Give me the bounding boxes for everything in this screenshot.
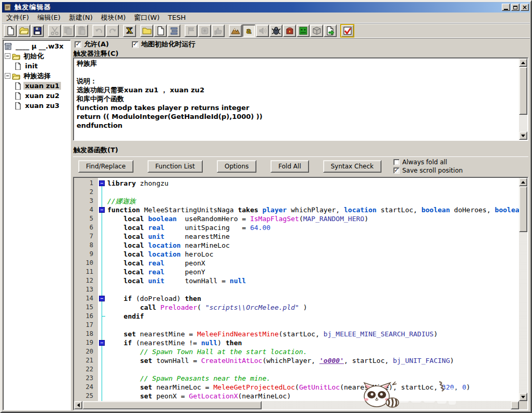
code-view[interactable]: 1library zhongzu23//娜迦族4function MeleeSt…: [74, 178, 519, 401]
code-line-8[interactable]: 8 local location nearMineLoc: [74, 241, 519, 250]
trigger-editor-button[interactable]: a: [242, 25, 255, 37]
close-button[interactable]: ×: [521, 4, 529, 11]
arrow-down-icon: [521, 135, 525, 139]
unit-editor-button[interactable]: [269, 25, 282, 37]
item-editor-button[interactable]: [283, 25, 296, 37]
menu-item-1[interactable]: 文件(F): [2, 12, 33, 23]
code-line-16[interactable]: 16 endif: [74, 312, 519, 321]
trigger-tree-panel[interactable]: ____ µ __.w3x初始化init种族选择xuan zu1xuan zu2…: [3, 40, 71, 410]
fold-collapse-icon[interactable]: [99, 296, 105, 301]
menu-item-6[interactable]: TESH: [164, 13, 190, 22]
code-line-19[interactable]: 19 if (nearestMine != null) then: [74, 338, 519, 347]
tree-root-map[interactable]: ____ µ __.w3x: [4, 41, 70, 51]
code-line-17[interactable]: 17: [74, 321, 519, 330]
code-line-22[interactable]: 22: [74, 365, 519, 374]
import-manager-button[interactable]: [296, 25, 310, 37]
fold-collapse-icon[interactable]: [99, 340, 105, 346]
save-map-button[interactable]: [31, 25, 44, 37]
collapse-icon[interactable]: [5, 73, 10, 79]
save-scroll-position-checkbox[interactable]: ✓: [393, 167, 400, 174]
scroll-right-button[interactable]: [511, 401, 519, 409]
maximize-icon: [513, 6, 517, 9]
collapse-icon[interactable]: [5, 53, 10, 59]
menu-item-2[interactable]: 编辑(E): [33, 12, 65, 23]
code-line-10[interactable]: 10 local real peonX: [74, 259, 519, 268]
comment-line: [77, 68, 516, 77]
code-editor[interactable]: 1library zhongzu23//娜迦族4function MeleeSt…: [73, 177, 528, 410]
always-fold-all-checkbox[interactable]: [393, 159, 400, 165]
line-number: 10: [74, 259, 98, 268]
delete-button[interactable]: X: [123, 25, 136, 37]
scroll-thumb[interactable]: [82, 401, 262, 409]
new-map-button[interactable]: [4, 25, 17, 37]
tree-category-1[interactable]: 初始化: [4, 51, 70, 61]
comment-line: 选族功能只需要xuan zu1 ， xuan zu2: [77, 86, 516, 94]
minimize-button[interactable]: [502, 4, 510, 11]
scroll-up-button[interactable]: [519, 58, 527, 67]
code-line-9[interactable]: 9 local location heroLoc: [74, 250, 519, 259]
code-line-12[interactable]: 12 local unit townHall = null: [74, 276, 519, 285]
run-on-map-init-checkbox[interactable]: ✓: [132, 41, 139, 48]
new-category-button[interactable]: [140, 25, 153, 37]
scroll-thumb[interactable]: [519, 67, 527, 115]
trigger-comment-text[interactable]: 种族库 说明：选族功能只需要xuan zu1 ， xuan zu2和库中两个函数…: [75, 59, 518, 139]
new-trigger-button[interactable]: [154, 25, 167, 37]
code-line-24[interactable]: 24 set nearMineLoc = MeleeGetProjectedLo…: [74, 383, 519, 392]
scroll-left-button[interactable]: [74, 401, 82, 409]
trigger-comment-label: 触发器注释(C): [73, 49, 118, 57]
tree-trigger-xuan-zu1[interactable]: xuan zu1: [4, 81, 70, 91]
script-export-button[interactable]: [324, 25, 337, 37]
app-icon: [3, 3, 13, 12]
terrain-editor-button[interactable]: [229, 25, 242, 37]
trigger-check-button[interactable]: [341, 25, 354, 37]
code-content[interactable]: 1library zhongzu23//娜迦族4function MeleeSt…: [74, 178, 519, 401]
menu-item-3[interactable]: 新建(N): [65, 12, 97, 23]
open-map-button[interactable]: [17, 25, 30, 37]
fold-all-button[interactable]: Fold All: [270, 160, 308, 173]
comment-vertical-scrollbar[interactable]: [519, 58, 527, 140]
scroll-thumb[interactable]: [519, 186, 527, 232]
new-comment-button[interactable]: [167, 25, 180, 37]
code-line-13[interactable]: 13: [74, 285, 519, 294]
syntax-check-button[interactable]: Syntax Check: [323, 160, 381, 173]
code-line-18[interactable]: 18 set nearestMine = MeleeFindNearestMin…: [74, 330, 519, 338]
code-line-4[interactable]: 4function MeleeStartingUnitsNaga takes p…: [74, 205, 519, 214]
tree-trigger-init[interactable]: init: [4, 61, 70, 71]
scroll-down-button[interactable]: [519, 131, 527, 140]
editor-horizontal-scrollbar[interactable]: [74, 401, 519, 409]
code-line-5[interactable]: 5 local boolean useRandomHero = IsMapFla…: [74, 214, 519, 223]
enabled-checkbox[interactable]: ✓: [75, 41, 81, 48]
find-replace-button[interactable]: Find/Replace: [78, 160, 133, 173]
code-line-20[interactable]: 20 // Spawn Town Hall at the start locat…: [74, 347, 519, 356]
options-button[interactable]: Options: [217, 160, 256, 173]
tree-trigger-xuan-zu3[interactable]: xuan zu3: [4, 101, 70, 111]
trigger-comment-box[interactable]: 种族库 说明：选族功能只需要xuan zu1 ， xuan zu2和库中两个函数…: [73, 57, 528, 141]
scroll-down-button[interactable]: [519, 393, 527, 401]
check-red-icon: [343, 26, 352, 35]
code-line-25[interactable]: 25 set peonX = GetLocationX(nearMineLoc): [74, 392, 519, 400]
fold-collapse-icon[interactable]: [99, 180, 105, 186]
maximize-button[interactable]: [511, 4, 519, 11]
object-editor-button[interactable]: [310, 25, 323, 37]
code-line-2[interactable]: 2: [74, 188, 519, 197]
menu-item-4[interactable]: 模块(M): [97, 12, 130, 23]
code-line-6[interactable]: 6 local real unitSpacing = 64.00: [74, 223, 519, 232]
comment-line: 和库中两个函数: [77, 94, 516, 103]
fold-collapse-icon[interactable]: [99, 207, 105, 213]
scroll-up-button[interactable]: [519, 178, 527, 186]
titlebar[interactable]: 触发编辑器 ×: [2, 2, 530, 13]
tree-trigger-xuan-zu2[interactable]: xuan zu2: [4, 91, 70, 101]
code-line-23[interactable]: 23 // Spawn Peasants near the mine.: [74, 374, 519, 383]
function-list-button[interactable]: Function List: [147, 160, 203, 173]
tree-category-2[interactable]: 种族选择: [4, 71, 70, 81]
code-line-15[interactable]: 15 call Preloader( "scripts\\OrcMelee.pl…: [74, 303, 519, 312]
menu-item-5[interactable]: 窗口(W): [130, 12, 164, 23]
code-line-21[interactable]: 21 set townHall = CreateUnitAtLoc(whichP…: [74, 356, 519, 365]
code-line-3[interactable]: 3//娜迦族: [74, 197, 519, 205]
code-line-11[interactable]: 11 local real peonY: [74, 268, 519, 276]
code-line-14[interactable]: 14 if (doPreload) then: [74, 294, 519, 303]
code-line-7[interactable]: 7 local unit nearestMine: [74, 232, 519, 241]
code-line-1[interactable]: 1library zhongzu: [74, 179, 519, 188]
fold-guide-line: [102, 184, 102, 401]
editor-vertical-scrollbar[interactable]: [519, 178, 527, 401]
